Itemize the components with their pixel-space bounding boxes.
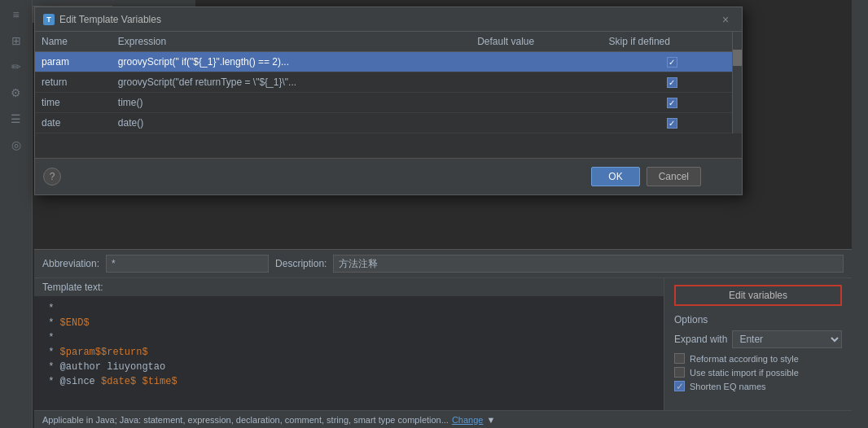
abbreviation-row: Abbreviation: Description:: [34, 250, 852, 278]
col-skip-if-defined: Skip if defined: [603, 32, 742, 52]
cell-default: [471, 93, 602, 113]
abbreviation-input[interactable]: [106, 255, 269, 273]
param-return-var: $param$$return$: [60, 347, 148, 358]
cell-default: [471, 113, 602, 133]
cell-name: date: [35, 113, 112, 133]
end-var: $END$: [60, 317, 90, 329]
date-time-var: $date$ $time$: [101, 376, 178, 387]
shorten-eq-checkbox[interactable]: ✓: [674, 381, 685, 391]
dialog-title-label: Edit Template Variables: [59, 14, 161, 25]
static-import-checkbox[interactable]: [674, 367, 685, 378]
options-title: Options: [674, 314, 842, 325]
cell-expression: date(): [112, 113, 471, 133]
bottom-template-section: Abbreviation: Description: Template text…: [34, 249, 852, 428]
status-bar: Applicable in Java; Java: statement, exp…: [34, 410, 852, 428]
col-expression: Expression: [112, 32, 471, 52]
scrollbar-thumb[interactable]: [733, 50, 742, 66]
cancel-button[interactable]: Cancel: [647, 167, 701, 186]
table-scroll-area: Name Expression Default value Skip if de…: [35, 32, 742, 133]
ok-button[interactable]: OK: [591, 167, 639, 186]
reformat-checkbox[interactable]: [674, 353, 685, 364]
edit-variables-button[interactable]: Edit variables: [674, 285, 842, 306]
reformat-label: Reformat according to style: [690, 354, 799, 364]
dialog-close-button[interactable]: ×: [717, 11, 734, 28]
expand-label: Expand with: [674, 334, 727, 345]
ide-right-panel: [852, 0, 868, 428]
cell-name: param: [35, 52, 112, 72]
sidebar-icon-1[interactable]: ≡: [5, 3, 28, 26]
skip-checkbox-2[interactable]: ✓: [667, 98, 677, 108]
cell-expression: groovyScript("def returnType = \"${_1}\"…: [112, 72, 471, 93]
table-row[interactable]: return groovyScript("def returnType = \"…: [35, 72, 742, 93]
skip-checkbox-1[interactable]: ✓: [667, 77, 677, 88]
template-line-1: *: [42, 301, 655, 316]
dialog-title-icon: T: [43, 14, 55, 25]
cell-skip[interactable]: ✓: [603, 93, 742, 113]
dialog-title-bar: T Edit Template Variables ×: [35, 7, 742, 32]
cell-default: [471, 52, 602, 72]
variables-table: Name Expression Default value Skip if de…: [35, 32, 742, 133]
template-editor-panel: Template text: * * $END$ * * $param$$ret…: [34, 278, 664, 413]
table-row[interactable]: time time() ✓: [35, 93, 742, 113]
static-import-label: Use static import if possible: [690, 368, 799, 378]
template-line-6: * @since $date$ $time$: [42, 374, 655, 389]
option-row-static-import: Use static import if possible: [674, 367, 842, 378]
template-code-editor[interactable]: * * $END$ * * $param$$return$ * @author …: [34, 296, 664, 413]
help-button[interactable]: ?: [43, 168, 61, 186]
cell-expression: groovyScript(" if("${_1}".length() == 2)…: [112, 52, 471, 72]
sidebar-icon-6[interactable]: ◎: [5, 133, 28, 156]
dialog-buttons: ? OK Cancel: [35, 158, 742, 194]
col-default-value: Default value: [471, 32, 602, 52]
cell-skip[interactable]: ✓: [603, 72, 742, 93]
description-label: Description:: [275, 258, 327, 269]
shorten-eq-label: Shorten EQ names: [690, 382, 766, 391]
expand-with-row: Expand with Enter Tab Space: [674, 330, 842, 348]
table-row[interactable]: date date() ✓: [35, 113, 742, 133]
change-link[interactable]: Change: [452, 415, 484, 425]
template-line-3: *: [42, 330, 655, 345]
table-scrollbar[interactable]: [732, 32, 742, 133]
cell-default: [471, 72, 602, 93]
options-section: Options Expand with Enter Tab Space Refo…: [674, 314, 842, 395]
template-line-5: * @author liuyongtao: [42, 360, 655, 374]
options-panel: Edit variables Options Expand with Enter…: [664, 278, 852, 413]
cell-skip[interactable]: ✓: [603, 52, 742, 72]
edit-template-variables-dialog: T Edit Template Variables × Name Express…: [34, 7, 743, 195]
sidebar-icon-4[interactable]: ⚙: [5, 81, 28, 104]
skip-checkbox-0[interactable]: ✓: [667, 57, 677, 68]
cell-skip[interactable]: ✓: [603, 113, 742, 133]
description-input[interactable]: [333, 255, 844, 273]
option-row-shorten-eq: ✓ Shorten EQ names: [674, 381, 842, 391]
col-name: Name: [35, 32, 112, 52]
template-line-4: * $param$$return$: [42, 345, 655, 360]
dialog-spacer: [35, 133, 742, 158]
option-row-reformat: Reformat according to style: [674, 353, 842, 364]
sidebar-icon-3[interactable]: ✏: [5, 55, 28, 78]
template-area: Template text: * * $END$ * * $param$$ret…: [34, 278, 852, 413]
cell-name: time: [35, 93, 112, 113]
template-icon: T: [46, 15, 51, 24]
abbreviation-label: Abbreviation:: [42, 258, 99, 269]
table-row[interactable]: param groovyScript(" if("${_1}".length()…: [35, 52, 742, 72]
template-line-2: * $END$: [42, 316, 655, 330]
cell-expression: time(): [112, 93, 471, 113]
status-arrow: ▼: [486, 415, 495, 425]
sidebar-icon-5[interactable]: ☰: [5, 107, 28, 130]
sidebar-icon-2[interactable]: ⊞: [5, 29, 28, 52]
dialog-title-text: T Edit Template Variables: [43, 14, 161, 25]
table-header-row: Name Expression Default value Skip if de…: [35, 32, 742, 52]
cell-name: return: [35, 72, 112, 93]
skip-checkbox-3[interactable]: ✓: [667, 118, 677, 129]
variables-table-container: Name Expression Default value Skip if de…: [35, 32, 742, 133]
template-label: Template text:: [34, 278, 664, 296]
expand-select[interactable]: Enter Tab Space: [732, 330, 842, 348]
status-text: Applicable in Java; Java: statement, exp…: [42, 415, 449, 425]
ide-sidebar: ≡ ⊞ ✏ ⚙ ☰ ◎: [0, 0, 33, 428]
